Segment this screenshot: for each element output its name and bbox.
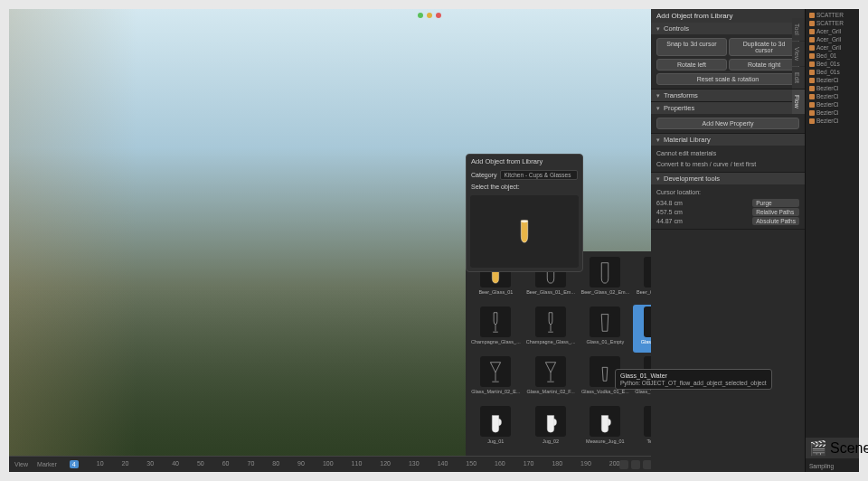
relative-paths-button[interactable]: Relative Paths — [752, 208, 799, 216]
snap-cursor-button[interactable]: Snap to 3d cursor — [656, 38, 727, 56]
tab-tool[interactable]: Tool — [792, 18, 805, 41]
asset-thumbnail — [590, 406, 620, 437]
timeline-tick: 180 — [552, 460, 562, 468]
asset-browser-grid[interactable]: Beer_Glass_01Beer_Glass_01_Em...Beer_Gla… — [466, 251, 651, 456]
outliner-item[interactable]: BezierCi — [807, 100, 857, 108]
properties-section-header[interactable]: Properties — [651, 102, 805, 114]
play-reverse-button[interactable] — [643, 460, 651, 469]
reset-transform-button[interactable]: Reset scale & rotation — [656, 73, 799, 85]
asset-item[interactable]: Beer_Glass_02_Em... — [579, 255, 631, 303]
timeline[interactable]: View Marker 4 10203040506070809010011012… — [9, 456, 651, 472]
outliner-item[interactable]: BezierCi — [807, 92, 857, 100]
app-window: View Marker 4 10203040506070809010011012… — [9, 9, 859, 472]
timeline-tick: 90 — [297, 460, 305, 468]
timeline-tick: 100 — [323, 460, 334, 468]
asset-thumbnail — [480, 356, 511, 387]
outliner-item[interactable]: Acer_Gril — [807, 35, 857, 43]
outliner-item[interactable]: Acer_Gril — [807, 43, 857, 52]
category-dropdown[interactable]: Kitchen - Cups & Glasses — [500, 170, 578, 180]
asset-item[interactable]: Champagne_Glass_... — [469, 305, 523, 353]
object-icon — [809, 29, 815, 34]
asset-item[interactable]: Teacup_01 — [633, 404, 651, 452]
scene-selector[interactable]: 🎬 Scene — [806, 438, 859, 458]
asset-thumbnail — [644, 257, 651, 288]
outliner-item[interactable]: BezierCi — [807, 84, 857, 92]
outliner-item[interactable]: Acer_Gril — [807, 27, 857, 35]
asset-item[interactable]: Measure_Jug_01 — [579, 404, 631, 452]
asset-item[interactable]: Glass_01_Water — [633, 305, 651, 353]
tab-view[interactable]: View — [792, 42, 805, 66]
asset-item[interactable]: Glass_Martini_02_E... — [469, 354, 523, 402]
cursor-location-label: Cursor location: — [656, 188, 799, 196]
absolute-paths-button[interactable]: Absolute Paths — [752, 217, 799, 225]
object-icon — [809, 37, 815, 42]
outliner-tree[interactable]: SCATTERSCATTERAcer_GrilAcer_GrilAcer_Gri… — [806, 9, 859, 434]
timeline-ruler[interactable]: 4 10203040506070809010011012013014015016… — [62, 460, 620, 468]
material-warning: Cannot edit materials — [656, 149, 799, 157]
cursor-z: 44.87 cm — [656, 217, 683, 225]
outliner-item[interactable]: BezierCi — [807, 108, 857, 117]
timeline-tick: 110 — [352, 460, 363, 468]
add-property-button[interactable]: Add New Property — [656, 118, 799, 129]
asset-label: Champagne_Glass_... — [526, 339, 576, 344]
timeline-tick: 20 — [122, 460, 129, 468]
asset-item[interactable]: Jug_01 — [469, 404, 523, 452]
tab-edit[interactable]: Edit — [792, 67, 805, 89]
window-controls — [418, 13, 441, 18]
close-dot[interactable] — [436, 13, 441, 18]
asset-item[interactable]: Jug_02 — [524, 404, 578, 452]
prev-frame-button[interactable] — [631, 460, 640, 469]
asset-label: Beer_Glass_01 — [471, 289, 521, 295]
timeline-tick: 50 — [197, 460, 204, 468]
outliner-item[interactable]: BezierCi — [807, 117, 857, 125]
transforms-section-header[interactable]: Transforms — [651, 90, 805, 101]
asset-thumbnail — [535, 406, 566, 437]
object-icon — [809, 13, 815, 18]
minimize-dot[interactable] — [418, 13, 423, 18]
object-icon — [809, 110, 815, 116]
select-prompt: Select the object: — [471, 184, 520, 190]
rotate-right-button[interactable]: Rotate right — [729, 59, 799, 71]
outliner-item[interactable]: Bed_01 — [807, 52, 857, 60]
asset-item[interactable]: Glass_Martini_02_F... — [524, 354, 578, 402]
popup-title: Add Object from Library — [467, 155, 582, 168]
properties-panel: Add Object from Library Controls Snap to… — [651, 9, 805, 472]
asset-item[interactable]: Glass_01_Empty — [579, 305, 631, 353]
asset-label: Measure_Jug_01 — [580, 439, 629, 444]
timeline-tick: 40 — [172, 460, 179, 468]
timeline-playhead[interactable]: 4 — [70, 460, 79, 468]
sampling-row[interactable]: Sampling — [807, 462, 857, 470]
asset-label: Beer_Glass_02_Em... — [580, 289, 629, 295]
outliner-item[interactable]: Bed_01s — [807, 60, 857, 68]
asset-label: Glass_01_Empty — [580, 339, 629, 344]
maximize-dot[interactable] — [427, 13, 432, 18]
asset-tooltip: Glass_01_Water Python: OBJECT_OT_flow_ad… — [615, 369, 772, 390]
asset-item[interactable]: Beer_Glass_02_Full — [633, 255, 651, 303]
asset-label: Beer_Glass_01_Em... — [526, 289, 576, 295]
outliner-panel: SCATTERSCATTERAcer_GrilAcer_GrilAcer_Gri… — [805, 9, 859, 472]
object-icon — [809, 45, 815, 51]
asset-thumbnail — [480, 307, 511, 337]
asset-label: Jug_01 — [471, 439, 521, 444]
purge-button[interactable]: Purge — [752, 199, 799, 207]
outliner-item[interactable]: BezierCi — [807, 76, 857, 84]
object-icon — [809, 53, 815, 59]
asset-thumbnail — [644, 406, 651, 437]
timeline-marker-menu[interactable]: Marker — [37, 461, 57, 467]
object-icon — [809, 61, 815, 67]
asset-label: Teacup_01 — [635, 439, 651, 444]
rotate-left-button[interactable]: Rotate left — [656, 59, 727, 71]
dev-tools-header[interactable]: Development tools — [651, 173, 805, 184]
outliner-item[interactable]: Bed_01s — [807, 68, 857, 76]
tab-flow[interactable]: Flow — [792, 90, 805, 114]
material-library-header[interactable]: Material Library — [651, 134, 805, 146]
category-label: Category — [471, 172, 496, 178]
timeline-view-menu[interactable]: View — [14, 461, 28, 467]
skip-start-button[interactable] — [619, 460, 628, 469]
controls-section-header[interactable]: Controls — [651, 23, 805, 34]
outliner-item[interactable]: SCATTER — [807, 19, 857, 27]
object-icon — [809, 78, 815, 83]
duplicate-cursor-button[interactable]: Duplicate to 3d cursor — [729, 38, 799, 56]
asset-item[interactable]: Champagne_Glass_... — [524, 305, 578, 353]
outliner-item[interactable]: SCATTER — [807, 11, 857, 19]
